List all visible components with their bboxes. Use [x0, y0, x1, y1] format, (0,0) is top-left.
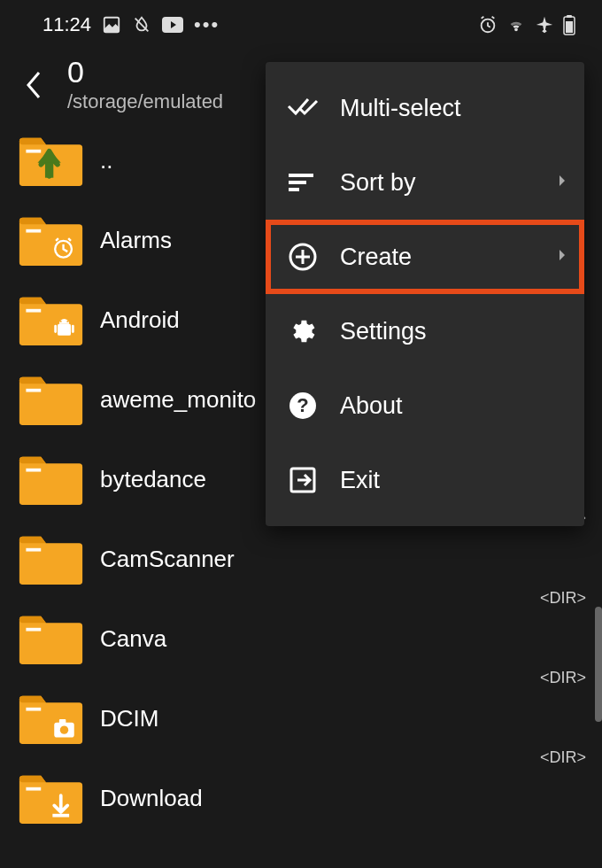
menu-label: About — [340, 392, 403, 420]
svg-rect-20 — [26, 708, 41, 711]
folder-label: bytedance — [100, 466, 206, 493]
svg-point-15 — [66, 321, 68, 322]
settings-icon — [287, 316, 319, 346]
svg-rect-5 — [566, 21, 573, 33]
about-icon: ? — [287, 391, 319, 420]
svg-rect-23 — [59, 719, 66, 724]
list-item[interactable]: Canva<DIR> — [0, 599, 602, 678]
status-bar: 11:24 ••• — [0, 0, 602, 50]
svg-rect-25 — [52, 814, 69, 818]
menu-label: Sort by — [340, 169, 416, 197]
airplane-icon — [535, 15, 554, 35]
folder-icon — [18, 691, 84, 746]
chevron-right-icon — [558, 248, 567, 266]
menu-item-settings[interactable]: Settings — [266, 294, 584, 368]
menu-label: Multi-select — [340, 95, 461, 122]
header-title: 0 — [67, 57, 223, 87]
svg-rect-12 — [54, 325, 57, 333]
menu-item-about[interactable]: ?About — [266, 368, 584, 443]
folder-icon — [18, 531, 84, 586]
youtube-icon — [162, 17, 183, 33]
exit-icon — [287, 466, 319, 494]
svg-rect-8 — [26, 229, 41, 233]
multiselect-icon — [287, 96, 319, 120]
folder-icon — [18, 452, 84, 507]
svg-text:?: ? — [297, 394, 308, 416]
folder-label: Android — [100, 306, 180, 334]
chevron-right-icon — [558, 174, 567, 191]
list-item[interactable]: DCIM<DIR> — [0, 678, 602, 758]
folder-icon — [18, 133, 84, 188]
menu-label: Create — [340, 244, 412, 271]
folder-icon — [18, 771, 84, 825]
folder-icon — [18, 611, 84, 666]
menu-label: Exit — [340, 467, 380, 494]
svg-rect-28 — [289, 188, 299, 191]
svg-rect-13 — [72, 325, 74, 333]
svg-point-22 — [60, 725, 68, 733]
svg-rect-18 — [26, 548, 41, 552]
svg-rect-17 — [26, 469, 41, 472]
svg-rect-4 — [567, 15, 572, 18]
header-path: /storage/emulated — [67, 90, 223, 113]
folder-icon — [18, 292, 84, 347]
mute-icon — [132, 15, 151, 35]
folder-label: aweme_monito — [100, 386, 256, 414]
list-item[interactable]: Download — [0, 758, 602, 838]
wifi-icon — [506, 16, 526, 34]
folder-label: Canva — [100, 625, 166, 653]
alarm-icon — [478, 15, 498, 35]
folder-icon — [18, 372, 84, 427]
menu-item-create[interactable]: Create — [266, 220, 584, 294]
svg-rect-11 — [58, 324, 71, 336]
folder-label: DCIM — [100, 705, 158, 732]
svg-rect-27 — [289, 181, 306, 184]
create-icon — [287, 242, 319, 272]
svg-rect-6 — [26, 150, 41, 153]
svg-point-14 — [60, 321, 62, 322]
folder-icon — [18, 213, 84, 267]
menu-item-sort-by[interactable]: Sort by — [266, 145, 584, 220]
svg-rect-26 — [289, 174, 313, 177]
status-time: 11:24 — [42, 13, 91, 36]
back-button[interactable] — [18, 69, 50, 101]
list-item[interactable]: CamScanner<DIR> — [0, 519, 602, 599]
overflow-menu: Multi-selectSort byCreateSettings?AboutE… — [266, 62, 584, 526]
battery-icon — [563, 14, 575, 35]
image-icon — [102, 15, 121, 35]
sort-icon — [287, 172, 319, 193]
folder-label: CamScanner — [100, 546, 235, 573]
menu-label: Settings — [340, 318, 427, 345]
menu-item-exit[interactable]: Exit — [266, 443, 584, 517]
menu-item-multi-select[interactable]: Multi-select — [266, 71, 584, 145]
svg-rect-16 — [26, 389, 41, 392]
svg-rect-10 — [26, 309, 41, 313]
folder-label: Download — [100, 785, 203, 812]
folder-label: Alarms — [100, 227, 172, 254]
svg-rect-24 — [26, 787, 41, 791]
more-icon: ••• — [194, 13, 220, 36]
folder-label: .. — [100, 147, 112, 174]
svg-rect-19 — [26, 628, 41, 632]
scrollbar[interactable] — [595, 607, 602, 722]
